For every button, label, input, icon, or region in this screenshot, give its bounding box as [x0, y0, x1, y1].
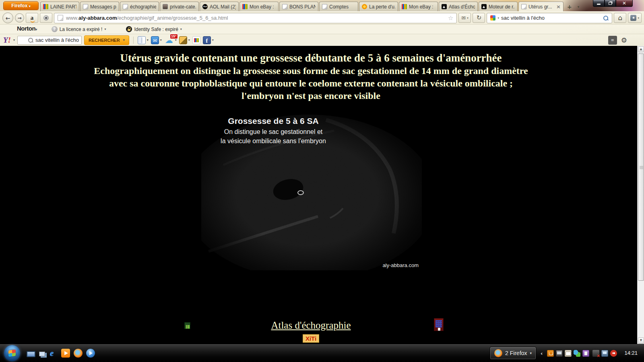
mail-button[interactable]: ✉ ▾ — [458, 13, 471, 23]
ebay-favicon-icon — [402, 4, 407, 9]
firefox-menu-label: Firefox — [11, 3, 27, 8]
list-icon[interactable]: ≡ — [608, 36, 617, 45]
sync-icon[interactable] — [574, 350, 580, 357]
home-button[interactable]: ⌂ — [614, 13, 626, 23]
addon-button[interactable] — [40, 13, 52, 23]
url-bar[interactable]: www.aly-abbara.com/echographie/gif_anime… — [54, 13, 457, 23]
firefox-icon[interactable] — [74, 349, 83, 358]
google-icon — [490, 15, 495, 21]
tab-item[interactable]: LAINE PART... — [40, 2, 79, 11]
tab-item[interactable]: AOL Mail (2) — [200, 2, 239, 11]
xiti-counter-icon[interactable] — [184, 322, 190, 329]
java-icon[interactable] — [547, 350, 554, 357]
cloud-icon: ☁15° — [164, 36, 174, 44]
ultrasound-caption: Grossesse de 5 à 6 SA On distingue le sa… — [207, 115, 340, 146]
taskbar-clock: 14:21 — [620, 350, 640, 356]
url-domain: aly-abbara.com — [78, 15, 117, 21]
tab-item[interactable]: Atlas d'Écho... — [439, 2, 478, 11]
ultrasound-caption-line3: la vésicule ombilicale sans l'embryon — [207, 136, 340, 146]
start-button[interactable] — [4, 345, 20, 361]
tab-active[interactable]: Utérus gr...× — [518, 2, 564, 11]
yahoo-logo[interactable]: Y! — [3, 35, 11, 45]
tab-item[interactable]: Moteur de r... — [479, 2, 518, 11]
tab-item[interactable]: Comptes — [319, 2, 358, 11]
page-title: Utérus gravide contenant une grossesse d… — [0, 51, 622, 65]
yahoo-search-button[interactable]: RECHERCHER ▾ — [84, 35, 129, 45]
navigation-toolbar: ← → a www.aly-abbara.com/echographie/gif… — [0, 11, 644, 24]
minimize-button[interactable] — [593, 0, 605, 7]
back-button[interactable]: ← — [2, 12, 13, 23]
internet-explorer-icon[interactable] — [49, 349, 58, 358]
media-player-icon[interactable] — [61, 349, 70, 358]
scroll-down-button[interactable]: ▼ — [638, 337, 644, 343]
windows-media-player-icon[interactable] — [86, 349, 95, 358]
notes-icon[interactable] — [582, 350, 589, 357]
tab-item[interactable]: Messages pr... — [80, 2, 119, 11]
power-icon[interactable] — [592, 350, 599, 357]
firefox-group-label: 2 Firefox — [505, 350, 527, 357]
page-scrollbar[interactable]: ▲ ▼ — [637, 46, 644, 344]
close-button[interactable]: ✕ — [616, 0, 633, 7]
reload-button[interactable]: ↻ — [473, 13, 485, 23]
norton-license-item[interactable]: ? La licence a expiré ! ▾ — [52, 26, 106, 32]
addon-sphere-icon — [43, 15, 49, 21]
tab-item[interactable]: Mon eBay : ... — [399, 2, 438, 11]
network-icon[interactable] — [601, 350, 608, 357]
browser-chrome: Firefox ▾ LAINE PART...Messages pr...éch… — [0, 0, 644, 46]
search-icon[interactable] — [603, 15, 609, 21]
page-headings: Utérus gravide contenant une grossesse d… — [0, 46, 622, 102]
page-favicon-icon — [322, 4, 327, 9]
forward-button[interactable]: → — [15, 13, 24, 23]
identity-safe-label: Identity Safe : expiré — [134, 27, 178, 32]
yahoo-bookmarks-button[interactable]: ▾ — [138, 36, 149, 44]
window-switcher-icon[interactable] — [39, 352, 45, 356]
restore-button[interactable] — [605, 0, 616, 7]
tab-item[interactable]: La perte d'u... — [359, 2, 398, 11]
amazon-addon-button[interactable]: a — [26, 13, 38, 23]
tab-item[interactable]: échographie... — [120, 2, 159, 11]
tab-label: Atlas d'Écho... — [449, 2, 475, 11]
yahoo-ebay-button[interactable] — [192, 36, 200, 44]
list-all-tabs-button[interactable]: ▾ — [575, 2, 582, 11]
tab-item[interactable]: private-cate... — [160, 2, 199, 11]
tab-item[interactable]: Mon eBay : ... — [239, 2, 279, 11]
tab-item[interactable]: BONS PLAN... — [279, 2, 318, 11]
yahoo-notepad-button[interactable]: ▾ — [179, 36, 190, 44]
yahoo-facebook-button[interactable]: f▾ — [203, 36, 214, 44]
volume-muted-icon[interactable] — [610, 350, 617, 357]
firefox-taskbar-group[interactable]: 2 Firefox ▾ — [490, 347, 536, 360]
firefox-menu-button[interactable]: Firefox ▾ — [3, 1, 39, 10]
titlebar: Firefox ▾ LAINE PART...Messages pr...éch… — [0, 0, 644, 11]
norton-logo[interactable]: Norton▾ — [17, 24, 37, 35]
forward-icon: → — [17, 15, 21, 21]
tab-label: BONS PLAN... — [289, 2, 316, 11]
new-tab-button[interactable]: + — [564, 2, 575, 11]
ultrasound-caption-title: Grossesse de 5 à 6 SA — [207, 115, 340, 127]
show-desktop-icon[interactable] — [27, 351, 35, 357]
bookmark-star-icon[interactable]: ☆ — [448, 13, 453, 23]
yahoo-search-query: sac vitellin à l'écho — [35, 35, 79, 45]
atlas-link[interactable]: Atlas d'échographie — [271, 319, 351, 332]
search-engine-bar[interactable]: ▾ sac vitellin à l'écho — [487, 13, 612, 23]
mail-icon[interactable] — [565, 350, 572, 357]
show-hidden-icons-button[interactable]: ‹ — [539, 351, 544, 356]
yahoo-mail-button[interactable]: ✉▾ — [151, 36, 162, 44]
yahoo-weather-button[interactable]: ☁15° ▾ — [164, 36, 177, 44]
display-icon[interactable] — [556, 350, 563, 357]
bookmarks-button[interactable]: ★ ▾ — [628, 13, 642, 23]
windows-taskbar: 2 Firefox ▾ ‹ 14:21 — [0, 344, 644, 362]
reload-icon: ↻ — [477, 15, 482, 21]
yahoo-search-input[interactable]: sac vitellin à l'écho — [17, 36, 82, 45]
tab-label: Mon eBay : ... — [250, 2, 276, 11]
toolbar-separator — [133, 37, 134, 44]
watermark: aly-abbara.com — [382, 262, 419, 268]
tab-close-icon[interactable]: × — [555, 2, 561, 11]
norton-identity-safe-item[interactable]: Identity Safe : expiré ▾ — [126, 26, 182, 32]
home-icon: ⌂ — [618, 14, 623, 21]
scroll-up-button[interactable]: ▲ — [638, 46, 644, 52]
tab-label: échographie... — [130, 2, 156, 11]
gear-icon[interactable]: ⚙ — [621, 36, 627, 45]
scrollbar-thumb[interactable] — [638, 53, 644, 281]
xiti-badge[interactable]: XiTi — [303, 334, 319, 343]
home-building-icon[interactable] — [434, 318, 444, 331]
